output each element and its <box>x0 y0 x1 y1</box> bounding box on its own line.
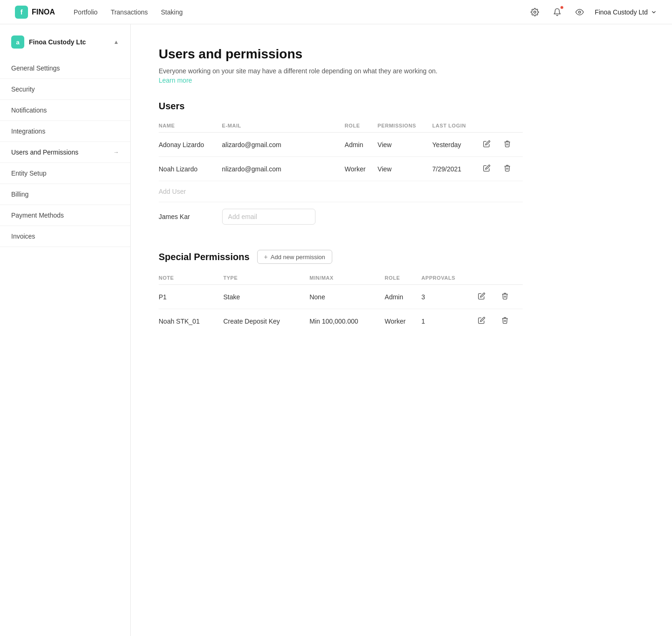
perm-approvals-2: 1 <box>421 309 476 333</box>
user-last-login-1: Yesterday <box>432 133 481 157</box>
delete-user-1-btn[interactable] <box>502 139 513 150</box>
account-selector[interactable]: Finoa Custody Ltd <box>595 8 657 16</box>
col-permissions: Permissions <box>378 119 432 133</box>
edit-perm-1-btn[interactable] <box>476 291 487 302</box>
special-permissions-header: Special Permissions + Add new permission <box>159 250 523 264</box>
col-actions-delete <box>502 119 523 133</box>
perm-note-1: P1 <box>159 285 223 309</box>
perm-minmax-1: None <box>309 285 385 309</box>
col-role: Role <box>345 119 378 133</box>
perm-minmax-2: Min 100,000.000 <box>309 309 385 333</box>
user-email-1: alizardo@gmail.com <box>222 133 345 157</box>
main-content: Users and permissions Everyone working o… <box>131 24 551 636</box>
sidebar: a Finoa Custody Ltc ▲ General Settings S… <box>0 24 131 636</box>
user-permissions-2: View <box>378 157 432 181</box>
perm-role-1: Admin <box>385 285 421 309</box>
perm-col-approvals: Approvals <box>421 271 476 285</box>
eye-icon-btn[interactable] <box>572 5 587 20</box>
plus-icon: + <box>264 253 268 261</box>
perm-col-delete <box>499 271 523 285</box>
delete-perm-2-btn[interactable] <box>499 316 511 326</box>
sidebar-chevron-up-icon: ▲ <box>113 39 119 45</box>
perm-col-role: Role <box>385 271 421 285</box>
perm-type-2: Create Deposit Key <box>223 309 309 333</box>
perm-role-2: Worker <box>385 309 421 333</box>
perm-approvals-1: 3 <box>421 285 476 309</box>
nav-portfolio[interactable]: Portfolio <box>74 8 98 16</box>
eye-icon <box>575 8 584 16</box>
table-row: P1 Stake None Admin 3 <box>159 285 523 309</box>
col-last-login: Last Login <box>432 119 481 133</box>
add-permission-label: Add new permission <box>271 254 325 261</box>
sidebar-item-billing[interactable]: Billing <box>0 184 130 205</box>
topnav-right: Finoa Custody Ltd <box>527 5 657 20</box>
notification-dot <box>560 6 564 9</box>
user-last-login-2: 7/29/2021 <box>432 157 481 181</box>
edit-perm-2-btn[interactable] <box>476 316 487 326</box>
table-row: Adonay Lizardo alizardo@gmail.com Admin … <box>159 133 523 157</box>
gear-icon <box>531 8 539 16</box>
user-role-2: Worker <box>345 157 378 181</box>
account-name: Finoa Custody Ltd <box>595 8 648 16</box>
user-permissions-1: View <box>378 133 432 157</box>
learn-more-link[interactable]: Learn more <box>159 77 192 84</box>
col-email: E-Mail <box>222 119 345 133</box>
nav-staking[interactable]: Staking <box>161 8 183 16</box>
add-user-label: Add User <box>159 181 222 202</box>
user-name-1: Adonay Lizardo <box>159 133 222 157</box>
sidebar-item-invoices[interactable]: Invoices <box>0 226 130 247</box>
topnav-links: Portfolio Transactions Staking <box>74 8 528 16</box>
sidebar-item-payment-methods[interactable]: Payment Methods <box>0 205 130 226</box>
table-row: Noah STK_01 Create Deposit Key Min 100,0… <box>159 309 523 333</box>
col-actions-edit <box>481 119 502 133</box>
add-user-row: Add User <box>159 181 523 202</box>
page-title: Users and permissions <box>159 47 523 62</box>
sidebar-item-integrations[interactable]: Integrations <box>0 121 130 142</box>
logo[interactable]: f FINOA <box>15 6 55 19</box>
perm-col-minmax: Min/Max <box>309 271 385 285</box>
sidebar-account-icon: a <box>11 35 24 49</box>
perm-col-note: Note <box>159 271 223 285</box>
svg-point-0 <box>534 11 536 13</box>
perm-col-type: Type <box>223 271 309 285</box>
user-email-2: nlizardo@gmail.com <box>222 157 345 181</box>
layout: a Finoa Custody Ltc ▲ General Settings S… <box>0 24 672 636</box>
users-section-title: Users <box>159 101 523 112</box>
sidebar-item-general-settings[interactable]: General Settings <box>0 58 130 79</box>
sidebar-arrow-icon: → <box>113 149 119 155</box>
user-role-1: Admin <box>345 133 378 157</box>
new-user-row: James Kar <box>159 202 523 232</box>
delete-perm-1-btn[interactable] <box>499 291 511 302</box>
sidebar-account[interactable]: a Finoa Custody Ltc ▲ <box>0 35 130 58</box>
delete-user-2-btn[interactable] <box>502 163 513 174</box>
logo-text: FINOA <box>32 8 55 16</box>
permissions-section-title: Special Permissions <box>159 252 250 262</box>
sidebar-account-name: Finoa Custody Ltc <box>29 38 86 46</box>
table-row: Noah Lizardo nlizardo@gmail.com Worker V… <box>159 157 523 181</box>
perm-type-1: Stake <box>223 285 309 309</box>
page-description: Everyone working on your site may have a… <box>159 67 523 75</box>
sidebar-item-users-permissions[interactable]: Users and Permissions → <box>0 142 130 163</box>
nav-transactions[interactable]: Transactions <box>111 8 148 16</box>
sidebar-item-notifications[interactable]: Notifications <box>0 100 130 121</box>
notifications-btn[interactable] <box>550 5 565 20</box>
svg-point-1 <box>579 11 581 13</box>
chevron-down-icon <box>651 9 657 15</box>
perm-col-edit <box>476 271 499 285</box>
logo-icon: f <box>15 6 28 19</box>
perm-note-2: Noah STK_01 <box>159 309 223 333</box>
settings-icon-btn[interactable] <box>527 5 542 20</box>
col-name: Name <box>159 119 222 133</box>
topnav: f FINOA Portfolio Transactions Staking F… <box>0 0 672 24</box>
edit-user-1-btn[interactable] <box>481 139 492 150</box>
sidebar-nav: General Settings Security Notifications … <box>0 58 130 247</box>
new-user-name: James Kar <box>159 202 222 232</box>
user-name-2: Noah Lizardo <box>159 157 222 181</box>
users-table: Name E-Mail Role Permissions Last Login … <box>159 119 523 231</box>
edit-user-2-btn[interactable] <box>481 163 492 174</box>
add-permission-btn[interactable]: + Add new permission <box>257 250 332 264</box>
sidebar-item-entity-setup[interactable]: Entity Setup <box>0 163 130 184</box>
add-email-input[interactable] <box>222 209 315 225</box>
permissions-table: Note Type Min/Max Role Approvals P1 Stak… <box>159 271 523 333</box>
sidebar-item-security[interactable]: Security <box>0 79 130 100</box>
